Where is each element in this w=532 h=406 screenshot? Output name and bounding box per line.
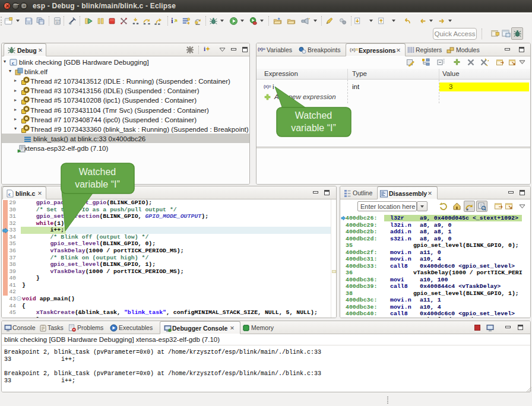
svg-text:101: 101	[55, 21, 60, 24]
svg-text:i: i	[171, 17, 173, 24]
svg-text:c: c	[12, 60, 14, 66]
svg-text:c: c	[8, 191, 11, 197]
